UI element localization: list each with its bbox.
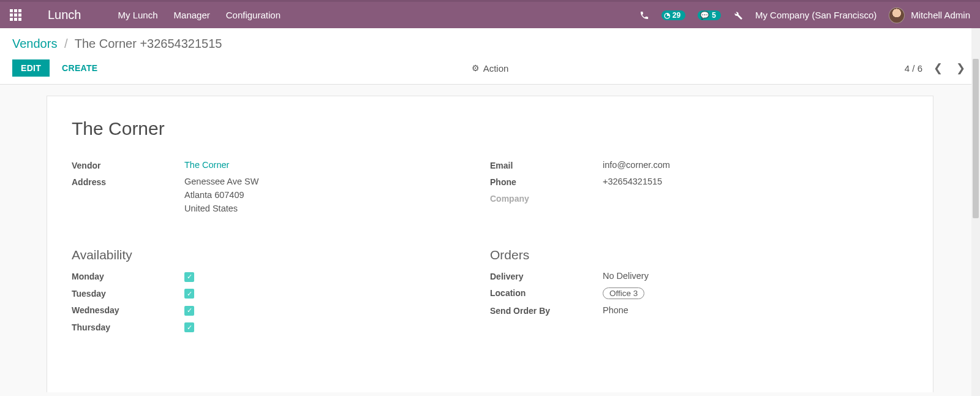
activity-count: 29 bbox=[673, 11, 680, 20]
delivery-value: No Delivery bbox=[603, 271, 649, 281]
day-label-thursday: Thursday bbox=[72, 322, 184, 332]
phone-label: Phone bbox=[490, 177, 603, 187]
address-value: Genessee Ave SW Atlanta 607409 United St… bbox=[184, 177, 258, 217]
control-bar: EDIT CREATE ⚙ Action 4 / 6 ❮ ❯ bbox=[0, 55, 980, 85]
checkbox-wednesday[interactable] bbox=[184, 306, 194, 316]
breadcrumb-current: The Corner +32654321515 bbox=[75, 37, 222, 50]
messages-count: 5 bbox=[712, 11, 716, 20]
company-selector[interactable]: My Company (San Francisco) bbox=[755, 10, 876, 20]
edit-button[interactable]: EDIT bbox=[12, 59, 50, 77]
activity-badge[interactable]: ◔ 29 bbox=[662, 10, 685, 20]
availability-title: Availability bbox=[72, 248, 490, 262]
checkbox-monday[interactable] bbox=[184, 272, 194, 282]
day-label-tuesday: Tuesday bbox=[72, 288, 184, 299]
record-title: The Corner bbox=[72, 118, 908, 139]
vendor-link[interactable]: The Corner bbox=[184, 160, 229, 170]
topbar-right: ◔ 29 💬 5 My Company (San Francisco) Mitc… bbox=[639, 7, 970, 23]
email-value: info@corner.com bbox=[603, 160, 670, 170]
scrollbar-thumb[interactable] bbox=[973, 59, 979, 218]
clock-icon: ◔ bbox=[664, 11, 670, 20]
delivery-label: Delivery bbox=[490, 271, 603, 281]
breadcrumb-sep: / bbox=[64, 37, 68, 50]
pager-next[interactable]: ❯ bbox=[954, 61, 968, 75]
checkbox-thursday[interactable] bbox=[184, 322, 194, 332]
scrollbar-track[interactable] bbox=[971, 28, 980, 396]
address-line-3: United States bbox=[184, 204, 258, 213]
address-line-1: Genessee Ave SW bbox=[184, 177, 258, 186]
action-dropdown[interactable]: ⚙ Action bbox=[472, 63, 509, 74]
company-label: Company bbox=[490, 193, 603, 204]
action-label: Action bbox=[483, 63, 509, 74]
gear-icon: ⚙ bbox=[472, 63, 480, 73]
app-brand[interactable]: Lunch bbox=[48, 8, 81, 22]
user-name: Mitchell Admin bbox=[911, 10, 970, 20]
email-label: Email bbox=[490, 160, 603, 170]
nav-configuration[interactable]: Configuration bbox=[226, 10, 281, 20]
address-line-2: Atlanta 607409 bbox=[184, 190, 258, 200]
breadcrumb: Vendors / The Corner +32654321515 bbox=[0, 28, 980, 55]
send-order-label: Send Order By bbox=[490, 305, 603, 316]
form-sheet: The Corner Vendor The Corner Address Gen… bbox=[47, 96, 933, 392]
day-label-wednesday: Wednesday bbox=[72, 305, 184, 315]
checkbox-tuesday[interactable] bbox=[184, 289, 194, 299]
availability-section: Availability Monday Tuesday Wednesday Th… bbox=[72, 223, 490, 338]
avatar bbox=[889, 7, 905, 23]
phone-value: +32654321515 bbox=[603, 177, 662, 186]
orders-title: Orders bbox=[490, 248, 908, 262]
location-tag[interactable]: Office 3 bbox=[603, 287, 644, 299]
sheet-wrap: The Corner Vendor The Corner Address Gen… bbox=[0, 85, 980, 392]
pager: 4 / 6 ❮ ❯ bbox=[905, 61, 968, 75]
tools-icon[interactable] bbox=[733, 10, 743, 20]
breadcrumb-root[interactable]: Vendors bbox=[12, 37, 57, 50]
create-button[interactable]: CREATE bbox=[55, 59, 105, 77]
nav-manager[interactable]: Manager bbox=[174, 10, 210, 20]
orders-section: Orders Delivery No Delivery Location Off… bbox=[490, 223, 908, 338]
pager-prev[interactable]: ❮ bbox=[931, 61, 945, 75]
nav-links: My Lunch Manager Configuration bbox=[118, 10, 281, 20]
user-menu[interactable]: Mitchell Admin bbox=[889, 7, 970, 23]
nav-my-lunch[interactable]: My Lunch bbox=[118, 10, 158, 20]
apps-menu-icon[interactable] bbox=[10, 9, 22, 21]
day-label-monday: Monday bbox=[72, 271, 184, 281]
chat-icon: 💬 bbox=[700, 11, 709, 20]
left-column: Vendor The Corner Address Genessee Ave S… bbox=[72, 160, 490, 223]
send-order-value: Phone bbox=[603, 305, 628, 315]
topbar: Lunch My Lunch Manager Configuration ◔ 2… bbox=[0, 0, 980, 28]
pager-text: 4 / 6 bbox=[905, 63, 922, 74]
address-label: Address bbox=[72, 177, 184, 187]
vendor-label: Vendor bbox=[72, 160, 184, 170]
phone-icon[interactable] bbox=[639, 10, 649, 20]
location-label: Location bbox=[490, 287, 603, 298]
right-column: Email info@corner.com Phone +32654321515… bbox=[490, 160, 908, 223]
messages-badge[interactable]: 💬 5 bbox=[698, 10, 721, 20]
